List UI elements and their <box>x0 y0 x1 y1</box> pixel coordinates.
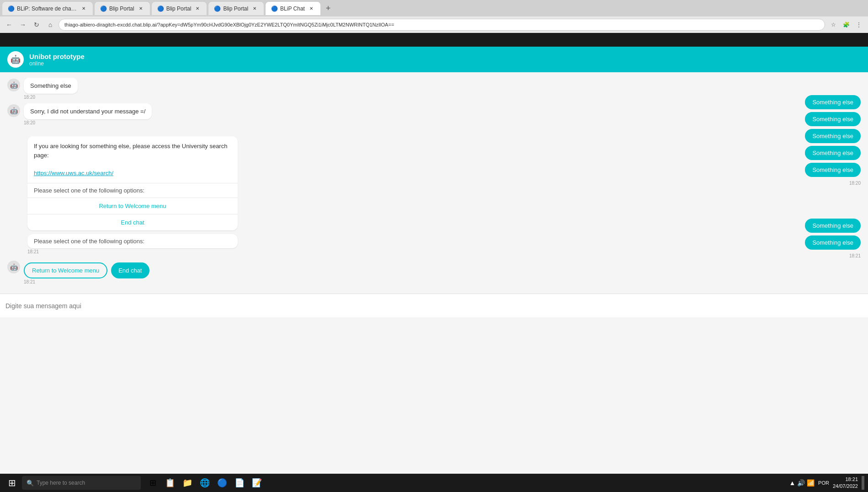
card-option-end[interactable]: End chat <box>27 214 238 230</box>
quick-reply-end[interactable]: End chat <box>111 262 149 278</box>
quick-replies: Return to Welcome menu End chat <box>24 262 149 278</box>
taskbar-item-chrome[interactable]: 🔵 <box>214 475 230 491</box>
card-options: Please select one of the following optio… <box>27 183 238 230</box>
tab-2-close[interactable]: ✕ <box>194 5 201 12</box>
taskbar-search-box[interactable]: 🔍 Type here to search <box>22 476 141 490</box>
taskbar-time: 18:21 24/07/2022 <box>833 476 858 490</box>
taskbar-item-file[interactable]: 📄 <box>231 475 248 491</box>
chat-header-info: Unibot prototype online <box>29 53 85 67</box>
top-black-bar <box>0 33 868 47</box>
timestamp-4: 18:21 <box>24 279 149 284</box>
right-btn-1-5[interactable]: Something else <box>805 163 861 177</box>
bookmark-star-icon[interactable]: ☆ <box>828 19 839 30</box>
bot-icon-2: 🤖 <box>7 104 20 117</box>
tab-2-title: Blip Portal <box>166 5 192 12</box>
right-timestamp-2: 18:21 <box>805 253 861 258</box>
address-bar-row: ← → ↻ ⌂ thiago-albiero-diragitch-excdd.c… <box>0 16 868 33</box>
right-btn-1-4[interactable]: Something else <box>805 146 861 160</box>
right-buttons-group-1: Something else Something else Something … <box>805 95 861 187</box>
message-row-3: If you are looking for something else, p… <box>7 136 861 256</box>
bubble-2-text: Sorry, I did not understand your message… <box>30 108 145 115</box>
chat-input[interactable] <box>5 302 863 310</box>
tab-0[interactable]: 🔵 BLiP: Software de chatbots e com... ✕ <box>2 1 93 15</box>
timestamp-3: 18:21 <box>27 249 238 254</box>
quick-reply-welcome[interactable]: Return to Welcome menu <box>24 262 107 278</box>
timestamp-1: 18:20 <box>24 95 78 100</box>
taskbar-icons: ▲ 🔊 📶 <box>789 479 815 487</box>
right-buttons-group-2: Something else Something else 18:21 <box>805 219 861 260</box>
right-btn-1-2[interactable]: Something else <box>805 112 861 126</box>
right-btn-2-1[interactable]: Something else <box>805 219 861 233</box>
tab-1[interactable]: 🔵 Blip Portal ✕ <box>94 1 150 15</box>
card-body-text: If you are looking for something else, p… <box>34 143 227 159</box>
taskbar-language: POR <box>818 480 829 486</box>
tab-0-favicon: 🔵 <box>8 5 14 12</box>
tab-0-title: BLiP: Software de chatbots e com... <box>17 5 77 12</box>
chat-header: 🤖 Unibot prototype online <box>0 47 868 72</box>
bot-avatar: 🤖 <box>7 51 24 68</box>
chat-messages: 🤖 Something else 18:20 🤖 Sorry, I did no… <box>0 72 868 294</box>
bubble-1-text: Something else <box>30 82 71 89</box>
bubble-1: Something else <box>24 78 78 94</box>
card-body: If you are looking for something else, p… <box>27 136 238 183</box>
taskbar-show-desktop[interactable] <box>862 476 864 490</box>
timestamp-2: 18:20 <box>24 120 152 125</box>
bubble-2: Sorry, I did not understand your message… <box>24 103 152 119</box>
message-row-2: 🤖 Sorry, I did not understand your messa… <box>7 103 861 127</box>
browser-actions: ☆ 🧩 ⋮ <box>828 19 864 30</box>
card-link[interactable]: https://www.uws.ac.uk/search/ <box>34 170 113 176</box>
right-btn-2-2[interactable]: Something else <box>805 235 861 250</box>
card-message: If you are looking for something else, p… <box>27 136 238 230</box>
search-icon: 🔍 <box>27 480 34 487</box>
taskbar-items: ⊞ 📋 📁 🌐 🔵 📄 📝 <box>144 475 265 491</box>
home-button[interactable]: ⌂ <box>45 19 56 30</box>
menu-icon[interactable]: ⋮ <box>853 19 864 30</box>
new-tab-button[interactable]: + <box>322 2 335 15</box>
right-timestamp-1: 18:20 <box>805 181 861 186</box>
bot-icon-1: 🤖 <box>7 79 20 91</box>
tab-2[interactable]: 🔵 Blip Portal ✕ <box>151 1 208 15</box>
tab-3-close[interactable]: ✕ <box>251 5 258 12</box>
right-btn-1-3[interactable]: Something else <box>805 129 861 143</box>
tab-4-close[interactable]: ✕ <box>308 5 315 12</box>
chat-input-bar <box>0 294 868 317</box>
taskbar-item-edge[interactable]: 🌐 <box>197 475 213 491</box>
bot-status: online <box>29 60 85 67</box>
bot-name: Unibot prototype <box>29 53 85 60</box>
browser-tab-bar: 🔵 BLiP: Software de chatbots e com... ✕ … <box>0 0 868 16</box>
tab-4[interactable]: 🔵 BLiP Chat ✕ <box>265 1 321 15</box>
taskbar-right: ▲ 🔊 📶 POR 18:21 24/07/2022 <box>789 476 864 490</box>
tab-3-title: Blip Portal <box>223 5 248 12</box>
card-option-welcome[interactable]: Return to Welcome menu <box>27 198 238 214</box>
taskbar-item-clipboard[interactable]: 📋 <box>162 475 178 491</box>
bot-icon-4: 🤖 <box>7 261 20 273</box>
tab-4-title: BLiP Chat <box>280 5 305 12</box>
second-options-label: Please select one of the following optio… <box>27 234 238 248</box>
tab-3[interactable]: 🔵 Blip Portal ✕ <box>208 1 264 15</box>
back-button[interactable]: ← <box>4 19 15 30</box>
tab-1-close[interactable]: ✕ <box>137 5 144 12</box>
url-text: thiago-albiero-diragitch-excdd.chat.blip… <box>64 22 394 27</box>
tab-3-favicon: 🔵 <box>214 5 220 12</box>
forward-button[interactable]: → <box>17 19 28 30</box>
right-btn-1-1[interactable]: Something else <box>805 95 861 109</box>
tab-4-favicon: 🔵 <box>271 5 277 12</box>
message-row-4: 🤖 Return to Welcome menu End chat 18:21 <box>7 260 861 286</box>
tab-1-favicon: 🔵 <box>100 5 107 12</box>
address-bar[interactable]: thiago-albiero-diragitch-excdd.chat.blip… <box>59 19 825 31</box>
card-options-label: Please select one of the following optio… <box>27 183 238 198</box>
start-button[interactable]: ⊞ <box>4 475 20 491</box>
tab-0-close[interactable]: ✕ <box>80 5 87 12</box>
taskbar-item-view[interactable]: ⊞ <box>144 475 161 491</box>
tab-1-title: Blip Portal <box>109 5 134 12</box>
chat-app: 🤖 Unibot prototype online 🤖 Something el… <box>0 47 868 317</box>
taskbar-item-notepad[interactable]: 📝 <box>249 475 265 491</box>
extensions-icon[interactable]: 🧩 <box>841 19 852 30</box>
tab-2-favicon: 🔵 <box>157 5 164 12</box>
taskbar: ⊞ 🔍 Type here to search ⊞ 📋 📁 🌐 🔵 📄 📝 ▲ … <box>0 474 868 492</box>
taskbar-item-folder[interactable]: 📁 <box>179 475 196 491</box>
message-row-1: 🤖 Something else 18:20 <box>7 78 861 102</box>
reload-button[interactable]: ↻ <box>31 19 42 30</box>
search-text: Type here to search <box>37 480 85 486</box>
